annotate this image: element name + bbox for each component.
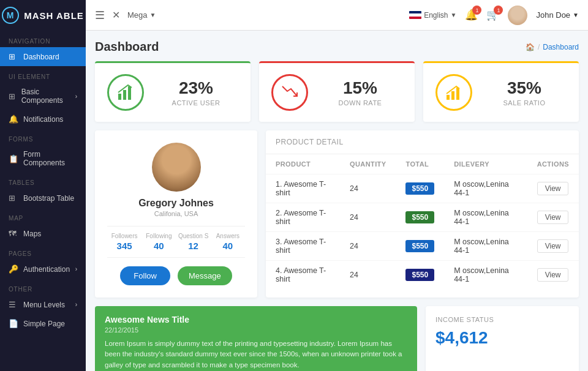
- middle-row: Gregory Johnes Califonia, USA Followers …: [95, 130, 579, 298]
- sidebar-section-pages: PAGES: [0, 243, 86, 260]
- sidebar-item-label: Authentication: [23, 265, 70, 274]
- product-action[interactable]: View: [527, 261, 579, 290]
- sidebar-section-forms: FORMS: [0, 129, 86, 145]
- user-name-label: John Doe: [536, 10, 570, 20]
- breadcrumb: 🏠 / Dashboard: [526, 43, 579, 51]
- mega-menu[interactable]: Mega ▼: [127, 10, 156, 20]
- income-card: INCOME STATUS $4,612: [426, 306, 579, 371]
- stat-info-down-rate: 15% DOWN RATE: [318, 78, 402, 107]
- user-chevron-icon: ▼: [573, 12, 579, 18]
- components-icon: ⊞: [9, 92, 17, 101]
- sidebar-item-label: Form Components: [23, 150, 77, 167]
- svg-rect-0: [118, 94, 121, 100]
- table-row: 4. Awesome T-shirt 24 $550 M oscow,Lenin…: [266, 261, 579, 290]
- notification2-button[interactable]: 🛒 1: [486, 9, 499, 21]
- news-date: 22/12/2015: [105, 326, 407, 334]
- close-icon[interactable]: ✕: [112, 9, 120, 21]
- profile-avatar: [152, 143, 201, 192]
- product-qty: 24: [340, 203, 396, 232]
- bottom-row: Awesome News Title 22/12/2015 Lorem Ipsu…: [95, 306, 579, 371]
- product-action[interactable]: View: [527, 203, 579, 232]
- sidebar-item-label: Menu Levels: [23, 301, 65, 309]
- mega-chevron-icon: ▼: [150, 12, 156, 18]
- product-name: 3. Awesome T-shirt: [266, 232, 340, 261]
- price-badge: $550: [405, 269, 434, 281]
- product-qty: 24: [340, 232, 396, 261]
- stat-card-active-user: 23% ACTIVE USER: [95, 61, 251, 122]
- profile-card: Gregory Johnes Califonia, USA Followers …: [95, 130, 257, 298]
- stat-label: ACTIVE USER: [154, 99, 238, 107]
- stat-percent: 15%: [318, 78, 402, 98]
- user-menu[interactable]: John Doe ▼: [536, 10, 579, 20]
- sidebar-item-basic-components[interactable]: ⊞ Basic Components ›: [0, 83, 86, 110]
- breadcrumb-separator: /: [538, 43, 540, 51]
- view-button[interactable]: View: [537, 182, 569, 195]
- sidebar-item-label: Dashboard: [23, 53, 59, 61]
- sidebar-item-label: Bootstrap Table: [23, 194, 74, 203]
- followers-value: 345: [107, 241, 141, 251]
- lang-chevron-icon: ▼: [451, 12, 457, 18]
- follow-button[interactable]: Follow: [120, 266, 170, 285]
- chevron-right-icon: ›: [75, 266, 77, 272]
- product-section-title: PRODUCT DETAIL: [266, 130, 579, 154]
- product-qty: 24: [340, 261, 396, 290]
- main-content: Dashboard 🏠 / Dashboard 23%: [86, 31, 588, 371]
- product-total: $550: [396, 232, 444, 261]
- table-row: 3. Awesome T-shirt 24 $550 M oscow,Lenin…: [266, 232, 579, 261]
- sidebar-item-label: Simple Page: [23, 320, 65, 328]
- answers-value: 40: [211, 241, 245, 251]
- language-selector[interactable]: English ▼: [409, 11, 456, 20]
- chart-down-icon: [280, 83, 300, 102]
- sidebar-section-navigation: NAVIGATION: [0, 31, 86, 47]
- following-value: 40: [141, 241, 176, 251]
- view-button[interactable]: View: [537, 239, 569, 253]
- news-text: Lorem Ipsum is simply dummy text of the …: [105, 339, 407, 370]
- page-title: Dashboard: [95, 40, 159, 54]
- sidebar-section-other: OTHER: [0, 279, 86, 295]
- income-value: $4,612: [435, 328, 569, 348]
- svg-rect-2: [128, 86, 131, 100]
- profile-stats: Followers 345 Following 40 Question s 12…: [107, 226, 245, 258]
- following-label: Following: [141, 233, 176, 239]
- bar-chart-up-icon: [116, 83, 135, 102]
- stat-card-sale-ratio: 35% SALE RATIO: [423, 61, 579, 122]
- sidebar-item-menu-levels[interactable]: ☰ Menu Levels ›: [0, 295, 86, 314]
- message-button[interactable]: Message: [178, 266, 232, 285]
- sidebar-item-form-components[interactable]: 📋 Form Components: [0, 145, 86, 172]
- svg-rect-4: [451, 91, 454, 100]
- product-total: $550: [396, 203, 444, 232]
- stat-info-sale-ratio: 35% SALE RATIO: [482, 78, 567, 107]
- sidebar: NAVIGATION ⊞ Dashboard UI ELEMENT ⊞ Basi…: [0, 31, 86, 371]
- avatar: [508, 6, 527, 25]
- sale-ratio-icon-wrap: [435, 74, 472, 111]
- map-icon: 🗺: [9, 229, 18, 238]
- language-label: English: [424, 11, 448, 20]
- product-delivery: M oscow,Lenina 44-1: [444, 174, 527, 203]
- sidebar-item-authentication[interactable]: 🔑 Authentication ›: [0, 260, 86, 279]
- sidebar-item-maps[interactable]: 🗺 Maps: [0, 224, 86, 243]
- view-button[interactable]: View: [537, 268, 569, 282]
- col-quantity: QUANTITY: [340, 154, 396, 174]
- breadcrumb-current: Dashboard: [543, 43, 579, 51]
- answers-label: Answers: [211, 233, 245, 239]
- avatar-image: [508, 6, 527, 25]
- stat-label: DOWN RATE: [318, 99, 402, 107]
- product-action[interactable]: View: [527, 232, 579, 261]
- stats-row: 23% ACTIVE USER 15% DOWN RATE: [95, 61, 579, 122]
- sidebar-item-notifications[interactable]: 🔔 Notifications: [0, 110, 86, 129]
- mega-label: Mega: [127, 10, 148, 20]
- sidebar-item-bootstrap-table[interactable]: ⊞ Bootstrap Table: [0, 189, 86, 208]
- logo-icon: M: [2, 7, 19, 24]
- profile-avatar-image: [152, 143, 201, 192]
- chevron-right-icon: ›: [75, 301, 77, 308]
- sidebar-item-simple-page[interactable]: 📄 Simple Page: [0, 314, 86, 333]
- view-button[interactable]: View: [537, 211, 569, 224]
- active-user-icon-wrap: [107, 74, 144, 111]
- product-total: $550: [396, 261, 444, 290]
- menu-toggle-icon[interactable]: ☰: [95, 9, 105, 22]
- product-action[interactable]: View: [527, 174, 579, 203]
- sidebar-section-map: MAP: [0, 208, 86, 224]
- sidebar-section-tables: TABLES: [0, 172, 86, 189]
- sidebar-item-dashboard[interactable]: ⊞ Dashboard: [0, 47, 86, 66]
- notification1-button[interactable]: 🔔 1: [465, 9, 478, 21]
